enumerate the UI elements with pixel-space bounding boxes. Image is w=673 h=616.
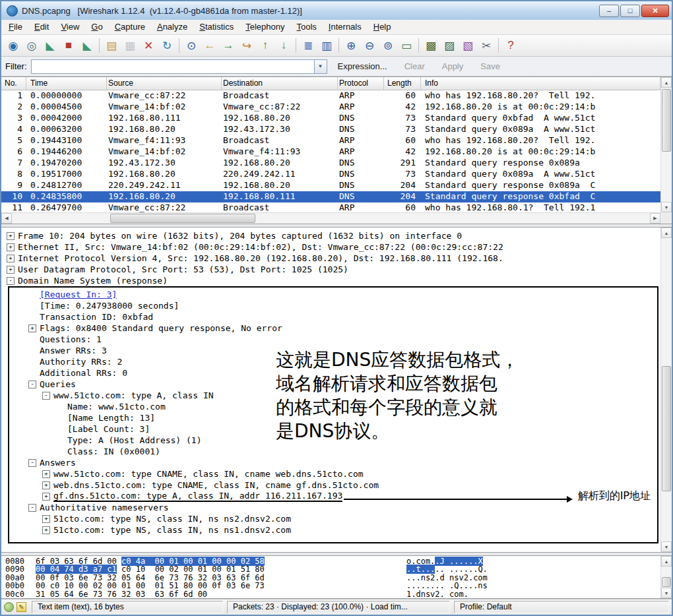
- packet-row[interactable]: 60.19446200Vmware_14:bf:02Vmware_f4:11:9…: [1, 146, 660, 158]
- tree-expander-icon[interactable]: +: [42, 515, 50, 523]
- tree-expander-icon[interactable]: +: [28, 324, 36, 332]
- detail-line[interactable]: +51cto.com: type NS, class IN, ns ns1.dn…: [9, 524, 655, 536]
- menu-item-help[interactable]: Help: [368, 20, 397, 34]
- menu-item-telephony[interactable]: Telephony: [240, 20, 290, 34]
- scrollbar-thumb[interactable]: [662, 366, 671, 491]
- colorize-list-icon[interactable]: ≣: [300, 37, 317, 54]
- scroll-right-icon[interactable]: ▶: [650, 213, 660, 224]
- start-capture-icon[interactable]: ◣: [42, 37, 59, 54]
- detail-line[interactable]: -Answers: [9, 457, 655, 468]
- go-forward-icon[interactable]: →: [220, 37, 237, 54]
- column-header-source[interactable]: Source: [107, 77, 222, 90]
- scroll-up-icon[interactable]: ▲: [661, 77, 672, 88]
- zoom-100-icon[interactable]: ⊚: [379, 37, 397, 54]
- tree-expander-icon[interactable]: +: [42, 526, 50, 534]
- resize-columns-icon[interactable]: ▭: [398, 37, 415, 54]
- restart-capture-icon[interactable]: ◣: [79, 37, 96, 54]
- tree-expander-icon[interactable]: -: [42, 392, 50, 400]
- go-to-packet-icon[interactable]: ↪: [238, 37, 255, 54]
- scroll-down-icon[interactable]: ▼: [661, 541, 672, 552]
- zoom-in-icon[interactable]: ⊕: [342, 37, 360, 54]
- scrollbar-thumb[interactable]: [662, 89, 671, 152]
- scroll-down-icon[interactable]: ▼: [661, 202, 672, 212]
- packet-row[interactable]: 70.19470200192.43.172.30192.168.80.20DNS…: [1, 158, 660, 169]
- column-header-destination[interactable]: Destination: [222, 77, 338, 90]
- go-to-bottom-icon[interactable]: ↓: [275, 37, 292, 54]
- save-button[interactable]: Save: [480, 61, 500, 71]
- menu-item-analyze[interactable]: Analyze: [151, 20, 193, 34]
- expert-info-icon[interactable]: [4, 602, 14, 612]
- reload-file-icon[interactable]: ↻: [158, 37, 176, 54]
- menu-item-capture[interactable]: Capture: [109, 20, 151, 34]
- packet-row[interactable]: 80.19517000192.168.80.20220.249.242.11DN…: [1, 169, 660, 180]
- save-file-icon[interactable]: ▦: [121, 37, 139, 54]
- detail-line[interactable]: +User Datagram Protocol, Src Port: 53 (5…: [1, 264, 660, 275]
- scroll-left-icon[interactable]: ◀: [1, 213, 12, 224]
- column-header-no[interactable]: No.: [1, 77, 26, 90]
- tree-expander-icon[interactable]: +: [7, 255, 15, 262]
- menu-item-edit[interactable]: Edit: [28, 20, 55, 34]
- filter-dropdown-icon[interactable]: ▼: [315, 59, 327, 74]
- capture-options-icon[interactable]: ◎: [23, 37, 40, 54]
- list-interfaces-icon[interactable]: ◉: [5, 37, 22, 54]
- tree-expander-icon[interactable]: +: [42, 481, 50, 489]
- packet-list-vscrollbar[interactable]: ▲ ▼: [660, 77, 672, 212]
- column-header-info[interactable]: Info: [421, 77, 660, 90]
- scroll-up-icon[interactable]: ▲: [661, 556, 672, 567]
- tree-expander-icon[interactable]: +: [42, 470, 50, 478]
- detail-line[interactable]: [Time: 0.247938000 seconds]: [9, 300, 655, 311]
- expression-button[interactable]: Expression...: [338, 61, 387, 71]
- zoom-out-icon[interactable]: ⊖: [361, 37, 378, 54]
- detail-line[interactable]: +gf.dns.51cto.com: type A, class IN, add…: [9, 491, 655, 502]
- scrollbar-thumb[interactable]: [662, 577, 671, 587]
- menu-item-internals[interactable]: Internals: [323, 20, 368, 34]
- coloring-rules-icon[interactable]: ▧: [459, 37, 476, 54]
- packet-row[interactable]: 10.00000000Vmware_cc:87:22BroadcastARP60…: [1, 90, 660, 102]
- menu-item-statistics[interactable]: Statistics: [193, 20, 240, 34]
- tree-expander-icon[interactable]: -: [28, 504, 36, 512]
- filter-input[interactable]: [31, 59, 315, 74]
- detail-line[interactable]: Class: IN (0x0001): [9, 446, 655, 457]
- detail-line[interactable]: Questions: 1: [9, 334, 655, 345]
- detail-line[interactable]: -Domain Name System (response): [1, 275, 660, 286]
- detail-line[interactable]: +www.51cto.com: type CNAME, class IN, cn…: [9, 468, 655, 479]
- detail-line[interactable]: +Frame 10: 204 bytes on wire (1632 bits)…: [1, 230, 660, 241]
- apply-button[interactable]: Apply: [442, 61, 464, 71]
- column-header-time[interactable]: Time: [26, 77, 107, 90]
- menu-item-tools[interactable]: Tools: [291, 20, 323, 34]
- packet-row[interactable]: 30.00042000192.168.80.111192.168.80.20DN…: [1, 113, 660, 124]
- packet-row[interactable]: 90.24812700220.249.242.11192.168.80.20DN…: [1, 180, 660, 191]
- request-in-link[interactable]: [Request In: 3]: [40, 290, 117, 299]
- tree-expander-icon[interactable]: -: [28, 459, 36, 467]
- tree-expander-icon[interactable]: -: [28, 381, 36, 388]
- detail-line[interactable]: +Ethernet II, Src: Vmware_14:bf:02 (00:0…: [1, 241, 660, 253]
- auto-scroll-icon[interactable]: ▥: [318, 37, 335, 54]
- column-header-length[interactable]: Length: [384, 77, 421, 90]
- details-vscrollbar[interactable]: ▲ ▼: [660, 228, 672, 552]
- detail-line[interactable]: +web.dns.51cto.com: type CNAME, class IN…: [9, 479, 655, 491]
- help-icon[interactable]: ?: [502, 37, 519, 54]
- column-header-protocol[interactable]: Protocol: [338, 77, 384, 90]
- packet-row[interactable]: 20.00004500Vmware_14:bf:02Vmware_cc:87:2…: [1, 102, 660, 113]
- detail-line[interactable]: -Authoritative nameservers: [9, 502, 655, 513]
- open-file-icon[interactable]: ▤: [103, 37, 120, 54]
- packet-list-hscrollbar[interactable]: ◀ ▶: [1, 212, 660, 224]
- go-to-top-icon[interactable]: ↑: [257, 37, 274, 54]
- display-filters-icon[interactable]: ▨: [441, 37, 458, 54]
- preferences-icon[interactable]: ✂: [478, 37, 495, 54]
- packet-row[interactable]: 100.24835800192.168.80.20192.168.80.111D…: [1, 191, 660, 202]
- menu-item-view[interactable]: View: [55, 20, 85, 34]
- hex-vscrollbar[interactable]: ▲ ▼: [660, 556, 672, 598]
- minimize-button[interactable]: –: [599, 5, 619, 17]
- detail-line[interactable]: Transaction ID: 0xbfad: [9, 311, 655, 323]
- maximize-button[interactable]: □: [620, 5, 640, 17]
- detail-line[interactable]: +51cto.com: type NS, class IN, ns ns2.dn…: [9, 513, 655, 524]
- close-button[interactable]: ✕: [641, 5, 669, 17]
- capture-comment-icon[interactable]: ✎: [16, 602, 26, 612]
- capture-filters-icon[interactable]: ▩: [422, 37, 439, 54]
- stop-capture-icon[interactable]: ■: [60, 37, 77, 54]
- tree-expander-icon[interactable]: +: [7, 243, 15, 251]
- packet-row[interactable]: 40.00063200192.168.80.20192.43.172.30DNS…: [1, 124, 660, 135]
- menu-item-go[interactable]: Go: [85, 20, 108, 34]
- detail-line[interactable]: +Internet Protocol Version 4, Src: 192.1…: [1, 253, 660, 264]
